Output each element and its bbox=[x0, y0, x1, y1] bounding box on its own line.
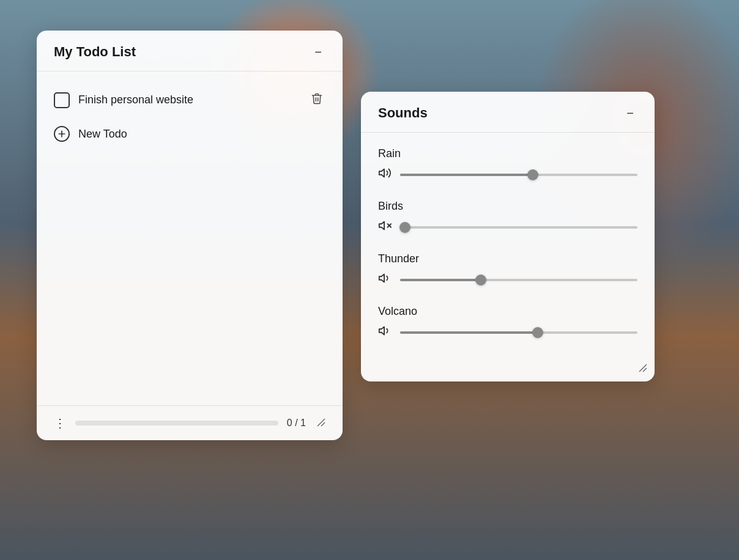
volcano-slider[interactable] bbox=[400, 331, 637, 334]
sounds-minimize-button[interactable]: − bbox=[623, 106, 637, 120]
new-todo-button[interactable]: New Todo bbox=[54, 120, 325, 148]
todo-menu-button[interactable]: ⋮ bbox=[54, 416, 67, 430]
todo-item-text: Finish personal website bbox=[78, 94, 300, 106]
rain-slider[interactable] bbox=[400, 174, 637, 176]
birds-slider[interactable] bbox=[400, 226, 637, 229]
todo-widget: My Todo List − Finish personal website bbox=[37, 31, 343, 440]
sound-control-birds bbox=[378, 219, 637, 235]
svg-marker-9 bbox=[379, 327, 384, 335]
sound-name-thunder: Thunder bbox=[378, 252, 637, 265]
new-todo-label: New Todo bbox=[78, 128, 127, 141]
todo-footer: ⋮ 0 / 1 bbox=[37, 405, 343, 440]
todo-checkbox[interactable] bbox=[54, 92, 70, 108]
sound-control-rain bbox=[378, 166, 637, 183]
thunder-volume-icon[interactable] bbox=[378, 271, 393, 288]
svg-line-11 bbox=[643, 368, 647, 372]
sound-item-birds: Birds bbox=[378, 191, 637, 244]
sound-name-volcano: Volcano bbox=[378, 305, 637, 318]
sound-control-volcano bbox=[378, 324, 637, 341]
thunder-slider[interactable] bbox=[400, 279, 637, 281]
sound-item-rain: Rain bbox=[378, 139, 637, 191]
sound-name-birds: Birds bbox=[378, 200, 637, 213]
sound-item-volcano: Volcano bbox=[378, 297, 637, 349]
sounds-title: Sounds bbox=[378, 105, 428, 121]
todo-body: Finish personal website bbox=[37, 72, 343, 405]
sounds-resize-handle[interactable] bbox=[639, 364, 647, 374]
widgets-container: My Todo List − Finish personal website bbox=[0, 0, 739, 560]
todo-progress-text: 0 / 1 bbox=[287, 418, 306, 429]
todo-header: My Todo List − bbox=[37, 31, 343, 71]
sound-control-thunder bbox=[378, 271, 637, 288]
volcano-volume-icon[interactable] bbox=[378, 324, 393, 341]
svg-line-10 bbox=[639, 364, 647, 372]
sounds-widget: Sounds − Rain bbox=[361, 92, 655, 381]
svg-line-2 bbox=[318, 419, 325, 426]
sounds-header: Sounds − bbox=[361, 92, 655, 132]
rain-volume-icon[interactable] bbox=[378, 166, 393, 183]
svg-marker-4 bbox=[379, 169, 384, 177]
sound-item-thunder: Thunder bbox=[378, 244, 637, 297]
sound-name-rain: Rain bbox=[378, 147, 637, 160]
birds-volume-icon[interactable] bbox=[378, 219, 393, 235]
add-icon bbox=[54, 126, 70, 142]
sounds-body: Rain Birds bbox=[361, 133, 655, 361]
sounds-footer bbox=[361, 361, 655, 381]
svg-marker-5 bbox=[379, 222, 384, 230]
todo-delete-button[interactable] bbox=[308, 90, 325, 110]
todo-item: Finish personal website bbox=[54, 84, 325, 116]
todo-title: My Todo List bbox=[54, 44, 136, 60]
todo-minimize-button[interactable]: − bbox=[311, 45, 325, 59]
svg-line-3 bbox=[321, 422, 325, 426]
svg-marker-8 bbox=[379, 274, 384, 282]
todo-resize-handle[interactable] bbox=[317, 418, 325, 429]
todo-progress-bar bbox=[75, 421, 278, 426]
